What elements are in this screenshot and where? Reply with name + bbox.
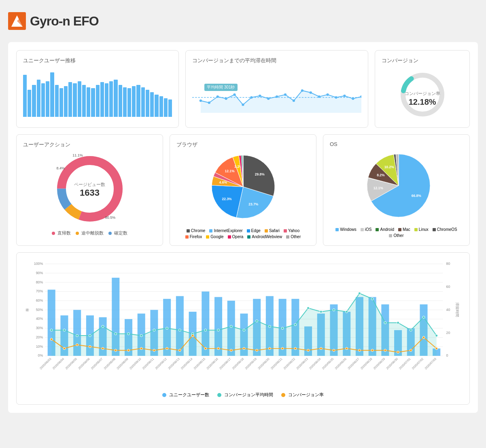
browser-pie-svg: 29.8%23.7%22.3%4.6%12.1%3.2% xyxy=(203,152,284,225)
browser-legend-item: Edge xyxy=(247,228,261,233)
svg-point-147 xyxy=(153,349,155,351)
svg-point-138 xyxy=(435,334,438,337)
svg-point-144 xyxy=(115,349,117,351)
svg-text:100%: 100% xyxy=(34,262,43,266)
bar xyxy=(164,98,168,117)
svg-text:2020/06/18: 2020/06/18 xyxy=(231,357,245,370)
browser-title: ブラウザ xyxy=(176,141,310,148)
browser-legend-item: Safari xyxy=(265,228,280,233)
svg-text:2020/07/03: 2020/07/03 xyxy=(424,357,437,370)
os-legend-item: Android xyxy=(376,227,394,232)
svg-point-114 xyxy=(127,333,130,335)
svg-point-155 xyxy=(256,349,258,351)
svg-text:2020/06/30: 2020/06/30 xyxy=(385,357,399,370)
svg-text:40: 40 xyxy=(446,308,450,312)
browser-legend-item: Opera xyxy=(228,235,244,239)
svg-point-157 xyxy=(281,347,284,350)
unique-users-title: ユニークユーザー推移 xyxy=(23,57,172,64)
svg-point-164 xyxy=(371,349,374,351)
user-action-center-value: 1633 xyxy=(74,188,105,198)
browser-legend-item: Other xyxy=(286,235,301,239)
svg-point-4 xyxy=(199,99,202,102)
svg-point-165 xyxy=(384,349,386,351)
bar xyxy=(73,83,76,117)
svg-text:0%: 0% xyxy=(38,353,43,357)
conversion-rate-card: コンバージョン コンバージョン率 12.18% xyxy=(375,50,470,128)
svg-point-125 xyxy=(268,325,271,328)
svg-text:2020/06/19: 2020/06/19 xyxy=(244,357,258,370)
svg-text:2020/06/09: 2020/06/09 xyxy=(116,357,129,370)
svg-point-142 xyxy=(89,345,91,348)
bar xyxy=(23,75,27,117)
svg-point-20 xyxy=(335,96,337,99)
bar xyxy=(32,85,36,117)
bar xyxy=(46,81,49,117)
svg-text:2020/06/12: 2020/06/12 xyxy=(154,357,168,370)
svg-point-128 xyxy=(307,307,310,309)
dashboard: ユニークユーザー推移 コンバージョンまでの平均滞在時間 平均時間 301秒 コン… xyxy=(8,42,478,413)
svg-text:2020/06/06: 2020/06/06 xyxy=(77,357,91,370)
os-legend-item: Linux xyxy=(414,227,429,232)
conversion-time-card: コンバージョンまでの平均滞在時間 平均時間 301秒 xyxy=(185,50,368,128)
svg-text:8.2%: 8.2% xyxy=(377,173,385,177)
svg-text:2020/06/16: 2020/06/16 xyxy=(206,357,219,370)
svg-text:60: 60 xyxy=(446,285,450,289)
bar xyxy=(82,85,86,117)
svg-point-151 xyxy=(204,347,207,350)
svg-text:20%: 20% xyxy=(36,335,43,339)
svg-point-113 xyxy=(115,333,117,335)
browser-legend-item: Firefox xyxy=(185,235,202,239)
bottom-chart-area: 100%90%80%70%60%50%40%30%20%10%0%8060402… xyxy=(23,259,463,389)
svg-point-163 xyxy=(358,349,361,351)
svg-point-149 xyxy=(178,349,181,351)
bar xyxy=(28,90,31,117)
svg-point-143 xyxy=(102,347,104,350)
os-legend-item: Mac xyxy=(398,227,410,232)
svg-text:2020/07/02: 2020/07/02 xyxy=(411,357,424,370)
svg-text:8.4%: 8.4% xyxy=(56,166,65,170)
svg-point-158 xyxy=(294,347,297,350)
svg-point-13 xyxy=(276,95,278,98)
svg-point-121 xyxy=(217,329,220,331)
svg-point-115 xyxy=(140,334,142,337)
bottom-legend: ユニークユーザー数コンバージョン平均時間コンバージョン率 xyxy=(23,392,463,398)
svg-point-124 xyxy=(256,320,258,322)
browser-legend-item: AndroidWebview xyxy=(247,235,282,239)
legend-item: 途中離脱数 xyxy=(76,230,104,236)
svg-text:22.3%: 22.3% xyxy=(222,197,232,201)
bar xyxy=(87,87,90,117)
svg-point-132 xyxy=(358,292,361,295)
svg-point-154 xyxy=(243,347,245,350)
svg-point-160 xyxy=(320,347,322,350)
svg-point-7 xyxy=(225,97,227,100)
svg-text:2020/06/20: 2020/06/20 xyxy=(257,357,270,370)
svg-text:率: 率 xyxy=(25,308,30,312)
svg-point-169 xyxy=(435,347,438,350)
svg-text:2020/06/29: 2020/06/29 xyxy=(373,357,386,370)
conversion-time-chart: 平均時間 301秒 xyxy=(192,68,361,121)
svg-point-135 xyxy=(397,321,399,324)
svg-text:2020/06/03: 2020/06/03 xyxy=(39,357,52,370)
svg-point-134 xyxy=(384,321,386,324)
svg-text:2020/06/23: 2020/06/23 xyxy=(295,357,309,370)
svg-point-131 xyxy=(346,311,348,313)
top-row: ユニークユーザー推移 コンバージョンまでの平均滞在時間 平均時間 301秒 コン… xyxy=(16,50,470,128)
os-chart-area: 66.8%12.1%8.2%10.2% WindowsiOSAndroidMac… xyxy=(330,151,463,238)
os-legend-item: ChromeOS xyxy=(433,227,457,232)
bar xyxy=(64,86,68,117)
svg-point-150 xyxy=(191,334,194,337)
svg-text:80: 80 xyxy=(446,262,450,266)
bar xyxy=(41,83,45,117)
svg-text:2020/06/07: 2020/06/07 xyxy=(90,357,104,370)
page-header: Gyro-n EFO xyxy=(8,8,478,34)
conversion-time-title: コンバージョンまでの平均滞在時間 xyxy=(192,57,361,64)
svg-point-126 xyxy=(281,327,284,330)
svg-text:2020/06/27: 2020/06/27 xyxy=(347,357,360,370)
svg-text:80%: 80% xyxy=(36,280,43,284)
conversion-rate-value: 12.18% xyxy=(405,97,440,107)
svg-point-140 xyxy=(63,347,66,350)
svg-point-136 xyxy=(410,329,412,331)
svg-text:50%: 50% xyxy=(36,308,43,312)
bar xyxy=(114,80,117,117)
svg-point-129 xyxy=(320,311,322,313)
